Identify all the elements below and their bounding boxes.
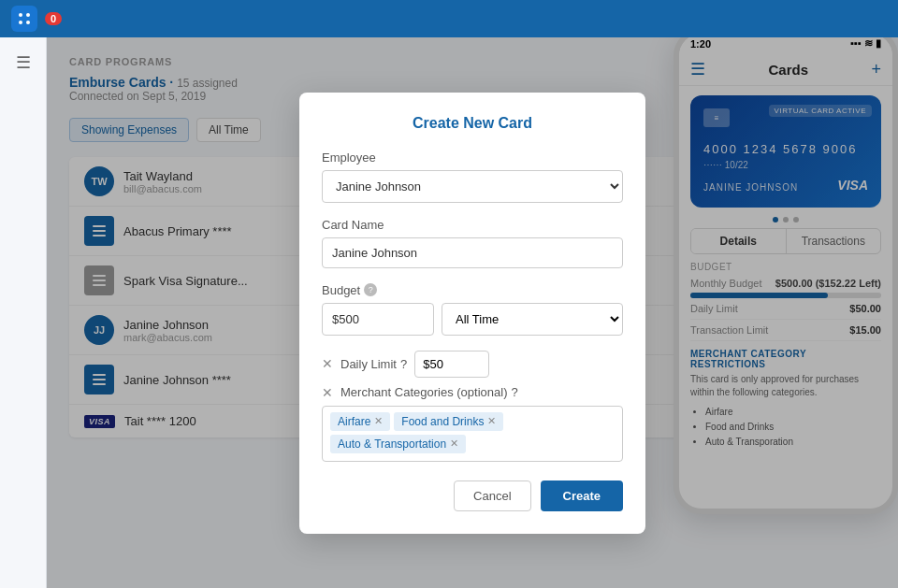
create-card-modal: Create New Card Employee Janine Johnson …	[299, 93, 645, 534]
tag-food-drinks[interactable]: Food and Drinks ✕	[394, 412, 503, 431]
card-name-input[interactable]	[322, 237, 623, 268]
cancel-button[interactable]: Cancel	[454, 480, 530, 511]
svg-point-1	[26, 13, 30, 17]
card-name-label: Card Name	[322, 218, 623, 232]
content-area: CARD PROGRAMS Emburse Cards · 15 assigne…	[47, 37, 898, 588]
budget-period-select[interactable]: All Time	[442, 303, 623, 336]
create-button[interactable]: Create	[541, 480, 623, 511]
budget-info-icon[interactable]: ?	[364, 283, 377, 296]
card-name-field-group: Card Name	[322, 218, 623, 268]
budget-field-group: Budget ? All Time	[322, 283, 623, 336]
notification-badge[interactable]: 0	[45, 12, 62, 25]
remove-tag-airfare[interactable]: ✕	[374, 415, 383, 427]
daily-limit-info-icon[interactable]: ?	[400, 357, 407, 371]
remove-tag-auto-transport[interactable]: ✕	[450, 437, 458, 450]
merchant-limit-row: ✕ Merchant Categories (optional) ?	[322, 385, 623, 400]
budget-label: Budget ?	[322, 283, 623, 297]
daily-limit-input[interactable]	[414, 351, 489, 378]
budget-amount-input[interactable]	[322, 303, 434, 336]
merchant-tags-container[interactable]: Airfare ✕ Food and Drinks ✕ Auto & Trans…	[322, 406, 623, 462]
remove-daily-limit-btn[interactable]: ✕	[322, 356, 333, 371]
remove-tag-food-drinks[interactable]: ✕	[487, 415, 496, 427]
employee-field-group: Employee Janine Johnson	[322, 151, 623, 203]
merchant-label: Merchant Categories (optional) ?	[340, 385, 518, 399]
merchant-field-group: ✕ Merchant Categories (optional) ? Airfa…	[322, 385, 623, 462]
tag-airfare[interactable]: Airfare ✕	[330, 412, 390, 431]
merchant-info-icon[interactable]: ?	[511, 385, 517, 399]
employee-select[interactable]: Janine Johnson	[322, 170, 623, 203]
sidebar: ☰	[0, 37, 47, 588]
remove-merchant-btn[interactable]: ✕	[322, 385, 333, 400]
tag-auto-transport[interactable]: Auto & Transportation ✕	[330, 435, 466, 453]
daily-limit-label: Daily Limit ?	[340, 357, 407, 371]
top-nav: 0	[0, 0, 898, 37]
employee-label: Employee	[322, 151, 623, 165]
daily-limit-row: ✕ Daily Limit ?	[322, 351, 623, 378]
svg-point-2	[19, 21, 22, 24]
main-layout: ☰ CARD PROGRAMS Emburse Cards · 15 assig…	[0, 37, 898, 588]
modal-footer: Cancel Create	[322, 480, 623, 511]
svg-point-0	[19, 13, 22, 17]
logo[interactable]	[11, 6, 37, 32]
svg-point-3	[26, 21, 30, 24]
modal-title: Create New Card	[322, 115, 623, 132]
menu-icon[interactable]: ☰	[16, 52, 31, 73]
budget-row: All Time	[322, 303, 623, 336]
